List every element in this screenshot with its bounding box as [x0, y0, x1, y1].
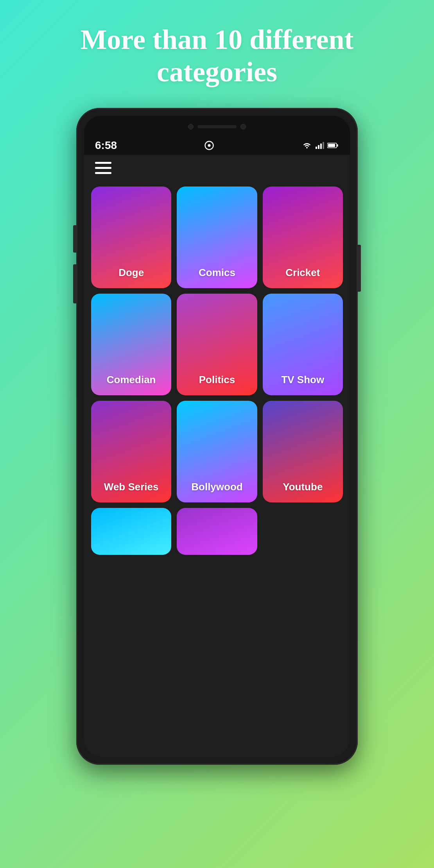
category-card-comics[interactable]: Comics [177, 187, 257, 288]
category-label-webseries: Web Series [104, 481, 159, 493]
category-card-webseries[interactable]: Web Series [91, 401, 171, 502]
phone-screen: 6:58 [84, 116, 350, 757]
sensor-dot [240, 124, 246, 129]
svg-rect-3 [316, 147, 317, 149]
category-label-comics: Comics [199, 267, 235, 279]
category-grid: Doge Comics Cricket Comedian Politics TV… [91, 187, 343, 555]
category-label-cricket: Cricket [285, 267, 320, 279]
status-icons [301, 141, 339, 150]
status-bar: 6:58 [84, 138, 350, 155]
category-card-bollywood[interactable]: Bollywood [177, 401, 257, 502]
camera-front [188, 124, 194, 129]
notch-center [188, 124, 246, 129]
hamburger-line-2 [95, 167, 111, 169]
category-card-extra2[interactable] [177, 508, 257, 555]
svg-rect-5 [320, 143, 322, 149]
category-label-politics: Politics [199, 374, 235, 386]
app-toolbar [84, 155, 350, 181]
hamburger-line-3 [95, 172, 111, 174]
category-label-youtube: Youtube [283, 481, 323, 493]
notification-icon [204, 140, 215, 151]
category-label-tvshow: TV Show [281, 374, 324, 386]
signal-icon [316, 141, 324, 150]
svg-rect-9 [328, 144, 335, 147]
hamburger-line-1 [95, 162, 111, 164]
wifi-icon [301, 141, 312, 150]
svg-point-2 [306, 147, 308, 149]
svg-rect-8 [337, 144, 338, 147]
svg-point-1 [208, 144, 211, 147]
svg-rect-6 [323, 142, 324, 149]
category-card-youtube[interactable]: Youtube [263, 401, 343, 502]
category-label-comedian: Comedian [107, 374, 156, 386]
speaker-bar [197, 125, 237, 128]
page-headline: More than 10 different categories [0, 0, 434, 104]
category-card-politics[interactable]: Politics [177, 294, 257, 395]
phone-mockup: 6:58 [76, 108, 358, 765]
hamburger-menu-button[interactable] [95, 162, 111, 174]
side-button-left2 [73, 264, 76, 303]
battery-icon [327, 142, 339, 149]
status-time: 6:58 [95, 139, 117, 152]
category-card-doge[interactable]: Doge [91, 187, 171, 288]
category-label-doge: Doge [118, 267, 144, 279]
side-button-left [73, 225, 76, 253]
category-card-cricket[interactable]: Cricket [263, 187, 343, 288]
side-button-right [358, 245, 361, 292]
category-card-extra1[interactable] [91, 508, 171, 555]
categories-grid-container: Doge Comics Cricket Comedian Politics TV… [84, 181, 350, 757]
notch-bar [84, 116, 350, 138]
category-card-tvshow[interactable]: TV Show [263, 294, 343, 395]
svg-rect-4 [318, 145, 319, 149]
category-card-comedian[interactable]: Comedian [91, 294, 171, 395]
category-label-bollywood: Bollywood [191, 481, 242, 493]
